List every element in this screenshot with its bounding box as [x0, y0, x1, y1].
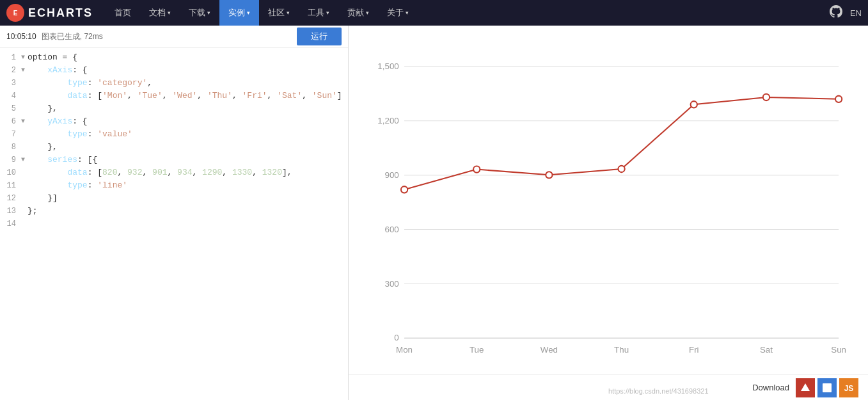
fold-button [21, 141, 28, 154]
download-icon-blue[interactable] [817, 378, 837, 397]
code-line: 7 type: 'value' [0, 128, 348, 141]
fold-button [21, 90, 28, 102]
language-toggle[interactable]: EN [850, 8, 862, 18]
svg-text:1,200: 1,200 [377, 116, 398, 125]
main-layout: 10:05:10 图表已生成, 72ms 运行 1▼option = {2▼ x… [0, 26, 868, 400]
svg-point-24 [546, 172, 552, 178]
line-number: 9 [3, 154, 21, 166]
fold-button [21, 179, 28, 192]
chevron-down-icon: ▾ [247, 10, 250, 16]
svg-text:1,500: 1,500 [377, 61, 398, 71]
line-number: 3 [3, 77, 21, 90]
code-line: 1▼option = { [0, 51, 348, 64]
download-label: Download [752, 383, 789, 392]
code-editor[interactable]: 1▼option = {2▼ xAxis: {3 type: 'category… [0, 48, 348, 400]
svg-text:Wed: Wed [541, 345, 558, 355]
line-number: 5 [3, 102, 21, 115]
download-icon-orange[interactable]: JS [839, 378, 858, 397]
svg-text:E: E [13, 10, 18, 17]
nav-item-实例[interactable]: 实例▾ [219, 0, 259, 26]
nav-items: 首页文档▾下载▾实例▾社区▾工具▾贡献▾关于▾ [106, 0, 418, 26]
code-line: 2▼ xAxis: { [0, 64, 348, 77]
svg-text:Mon: Mon [396, 345, 413, 355]
logo[interactable]: E ECHARTS [6, 4, 93, 22]
nav-item-社区[interactable]: 社区▾ [259, 0, 299, 26]
run-button[interactable]: 运行 [297, 28, 342, 45]
code-line: 3 type: 'category', [0, 77, 348, 90]
nav-item-工具[interactable]: 工具▾ [299, 0, 338, 26]
line-number: 10 [3, 166, 21, 179]
status-message: 图表已生成, 72ms [42, 31, 103, 42]
chevron-down-icon: ▾ [406, 10, 409, 16]
chart-container: 03006009001,2001,500MonTueWedThuFriSatSu… [358, 32, 858, 381]
svg-point-27 [763, 94, 769, 100]
fold-button [21, 102, 28, 115]
chevron-down-icon: ▾ [326, 10, 329, 16]
watermark: https://blog.csdn.net/431698321 [608, 387, 709, 395]
svg-text:900: 900 [384, 170, 398, 180]
line-number: 11 [3, 179, 21, 192]
code-line: 5 }, [0, 102, 348, 115]
code-line: 11 type: 'line' [0, 179, 348, 192]
code-line: 6▼ yAxis: { [0, 115, 348, 128]
line-number: 7 [3, 128, 21, 141]
left-panel: 10:05:10 图表已生成, 72ms 运行 1▼option = {2▼ x… [0, 26, 349, 400]
line-number: 4 [3, 90, 21, 102]
svg-rect-32 [823, 383, 832, 392]
svg-text:Thu: Thu [614, 345, 629, 355]
nav-right: EN [830, 5, 862, 20]
fold-button [21, 218, 28, 230]
svg-text:600: 600 [384, 225, 398, 234]
svg-point-25 [618, 166, 624, 172]
fold-button [21, 192, 28, 205]
svg-text:Sat: Sat [760, 345, 773, 355]
svg-point-22 [401, 186, 407, 193]
chart-svg: 03006009001,2001,500MonTueWedThuFriSatSu… [358, 32, 858, 381]
github-icon[interactable] [830, 5, 842, 20]
fold-button[interactable]: ▼ [21, 154, 28, 166]
logo-text: ECHARTS [28, 6, 93, 20]
code-line: 14 [0, 218, 348, 230]
svg-point-26 [691, 101, 697, 108]
chevron-down-icon: ▾ [287, 10, 290, 16]
svg-text:0: 0 [394, 333, 398, 342]
chevron-down-icon: ▾ [168, 10, 171, 16]
code-line: 4 data: ['Mon', 'Tue', 'Wed', 'Thu', 'Fr… [0, 90, 348, 102]
download-icon-red[interactable] [796, 378, 815, 397]
chevron-down-icon: ▾ [366, 10, 369, 16]
fold-button[interactable]: ▼ [21, 51, 28, 64]
svg-text:Tue: Tue [470, 345, 484, 355]
nav-item-首页[interactable]: 首页 [106, 0, 140, 26]
status-bar: 10:05:10 图表已生成, 72ms 运行 [0, 26, 348, 48]
svg-text:JS: JS [844, 384, 854, 393]
line-number: 2 [3, 64, 21, 77]
fold-button [21, 205, 28, 218]
svg-text:300: 300 [384, 279, 398, 289]
code-line: 10 data: [820, 932, 901, 934, 1290, 1330… [0, 166, 348, 179]
line-number: 1 [3, 51, 21, 64]
fold-button[interactable]: ▼ [21, 64, 28, 77]
code-line: 12 }] [0, 192, 348, 205]
code-line: 13}; [0, 205, 348, 218]
fold-button[interactable]: ▼ [21, 115, 28, 128]
svg-point-28 [835, 96, 842, 102]
svg-text:Sun: Sun [831, 345, 846, 355]
svg-text:Fri: Fri [689, 345, 699, 355]
chevron-down-icon: ▾ [207, 10, 210, 16]
code-line: 9▼ series: [{ [0, 154, 348, 166]
nav-item-文档[interactable]: 文档▾ [140, 0, 180, 26]
logo-icon: E [6, 4, 24, 22]
svg-point-23 [473, 166, 480, 172]
fold-button [21, 128, 28, 141]
fold-button [21, 166, 28, 179]
line-number: 6 [3, 115, 21, 128]
line-number: 12 [3, 192, 21, 205]
line-number: 13 [3, 205, 21, 218]
download-icons: JS [796, 378, 858, 397]
nav-item-贡献[interactable]: 贡献▾ [338, 0, 378, 26]
nav-item-关于[interactable]: 关于▾ [378, 0, 418, 26]
line-number: 14 [3, 218, 21, 230]
nav-item-下载[interactable]: 下载▾ [180, 0, 219, 26]
right-panel: 03006009001,2001,500MonTueWedThuFriSatSu… [349, 26, 868, 400]
fold-button [21, 77, 28, 90]
